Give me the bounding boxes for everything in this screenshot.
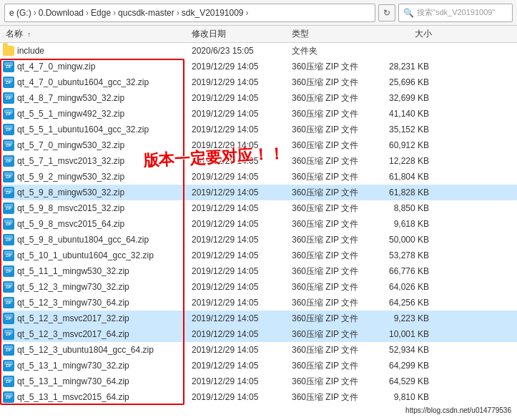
zip-icon: ZIP — [3, 202, 14, 214]
table-row[interactable]: ZIPqt_5_12_3_mingw730_64.zip2019/12/29 1… — [0, 295, 517, 311]
file-date: 2020/6/23 15:05 — [192, 46, 292, 56]
file-date: 2019/12/29 14:05 — [192, 329, 292, 339]
file-name: qt_5_7_0_mingw530_32.zip — [17, 140, 192, 150]
watermark: https://blog.csdn.net/u014779536 — [405, 406, 511, 414]
table-row[interactable]: ZIPqt_5_5_1_ubuntu1604_gcc_32.zip2019/12… — [0, 122, 517, 137]
file-date: 2019/12/29 14:05 — [192, 219, 292, 229]
file-name: qt_5_13_1_mingw730_64.zip — [17, 376, 192, 386]
file-date: 2019/12/29 14:05 — [192, 250, 292, 260]
file-type: 360压缩 ZIP 文件 — [292, 77, 378, 89]
file-name: qt_5_9_2_mingw530_32.zip — [17, 172, 192, 182]
table-row[interactable]: ZIPqt_5_9_8_mingw530_32.zip2019/12/29 14… — [0, 185, 517, 200]
file-date: 2019/12/29 14:05 — [192, 376, 292, 386]
file-name: qt_5_13_1_mingw730_32.zip — [17, 361, 192, 371]
table-row[interactable]: ZIPqt_5_9_2_mingw530_32.zip2019/12/29 14… — [0, 169, 517, 185]
table-row[interactable]: ZIPqt_5_13_1_msvc2015_64.zip2019/12/29 1… — [0, 389, 517, 405]
table-row[interactable]: ZIPqt_4_7_0_ubuntu1604_gcc_32.zip2019/12… — [0, 74, 517, 90]
breadcrumb[interactable]: e (G:) › 0.Download › Edge › qucsdk-mast… — [4, 4, 375, 22]
table-row[interactable]: ZIPqt_5_12_3_msvc2017_64.zip2019/12/29 1… — [0, 326, 517, 342]
file-name: qt_4_8_7_mingw530_32.zip — [17, 93, 192, 103]
zip-icon: ZIP — [3, 77, 14, 88]
col-header-name[interactable]: 名称 ↑ — [3, 28, 189, 40]
table-row[interactable]: ZIPqt_5_13_1_mingw730_32.zip2019/12/29 1… — [0, 358, 517, 373]
file-type: 360压缩 ZIP 文件 — [292, 328, 378, 341]
file-size: 9,618 KB — [378, 219, 435, 229]
file-type: 360压缩 ZIP 文件 — [292, 108, 378, 120]
file-size: 9,223 KB — [378, 313, 435, 323]
file-size: 61,828 KB — [378, 187, 435, 197]
table-row[interactable]: ZIPqt_5_5_1_mingw492_32.zip2019/12/29 14… — [0, 106, 517, 122]
file-type: 文件夹 — [292, 45, 378, 57]
table-row[interactable]: ZIPqt_5_12_3_ubuntu1804_gcc_64.zip2019/1… — [0, 342, 517, 358]
file-name: qt_5_9_8_msvc2015_64.zip — [17, 219, 192, 229]
table-row[interactable]: ZIPqt_5_12_3_mingw730_32.zip2019/12/29 1… — [0, 279, 517, 295]
file-date: 2019/12/29 14:05 — [192, 77, 292, 87]
table-row[interactable]: ZIPqt_5_7_1_msvc2013_32.zip2019/12/29 14… — [0, 153, 517, 169]
breadcrumb-0download[interactable]: 0.Download — [39, 8, 84, 18]
file-size: 35,152 KB — [378, 124, 435, 135]
file-type: 360压缩 ZIP 文件 — [292, 61, 378, 73]
file-name: qt_5_10_1_ubuntu1604_gcc_32.zip — [17, 250, 192, 260]
file-size: 53,278 KB — [378, 250, 435, 260]
file-size: 64,256 KB — [378, 298, 435, 308]
col-header-size[interactable]: 大小 — [375, 28, 432, 40]
file-type: 360压缩 ZIP 文件 — [292, 297, 378, 309]
file-explorer-window: e (G:) › 0.Download › Edge › qucsdk-mast… — [0, 0, 517, 420]
file-date: 2019/12/29 14:05 — [192, 266, 292, 276]
table-row[interactable]: ZIPqt_4_7_0_mingw.zip2019/12/29 14:05360… — [0, 59, 517, 74]
zip-icon: ZIP — [3, 391, 14, 403]
file-type: 360压缩 ZIP 文件 — [292, 250, 378, 262]
zip-icon: ZIP — [3, 92, 14, 104]
file-size: 64,026 KB — [378, 282, 435, 292]
table-row[interactable]: ZIPqt_5_9_8_ubuntu1804_gcc_64.zip2019/12… — [0, 232, 517, 248]
search-icon: 🔍 — [403, 8, 414, 18]
file-name: qt_5_7_1_msvc2013_32.zip — [17, 156, 192, 166]
file-date: 2019/12/29 14:05 — [192, 361, 292, 371]
zip-icon: ZIP — [3, 61, 14, 72]
breadcrumb-edge[interactable]: Edge — [91, 8, 111, 18]
file-date: 2019/12/29 14:05 — [192, 392, 292, 402]
table-row[interactable]: ZIPqt_5_9_8_msvc2015_64.zip2019/12/29 14… — [0, 216, 517, 232]
sort-arrow: ↑ — [27, 31, 31, 38]
file-type: 360压缩 ZIP 文件 — [292, 202, 378, 215]
file-type: 360压缩 ZIP 文件 — [292, 376, 378, 388]
file-size: 28,231 KB — [378, 62, 435, 72]
col-header-date[interactable]: 修改日期 — [189, 28, 289, 40]
search-box[interactable]: 🔍 搜索"sdk_V20191009" — [398, 4, 513, 22]
column-headers: 名称 ↑ 修改日期 类型 大小 — [0, 26, 517, 43]
breadcrumb-qucsdk[interactable]: qucsdk-master — [118, 8, 174, 18]
file-size: 25,696 KB — [378, 77, 435, 87]
breadcrumb-drive[interactable]: e (G:) — [9, 8, 31, 18]
table-row[interactable]: ZIPqt_5_11_1_mingw530_32.zip2019/12/29 1… — [0, 263, 517, 279]
zip-icon: ZIP — [3, 250, 14, 261]
file-size: 61,804 KB — [378, 172, 435, 182]
file-date: 2019/12/29 14:05 — [192, 124, 292, 135]
breadcrumb-sdk[interactable]: sdk_V20191009 — [182, 8, 244, 18]
file-type: 360压缩 ZIP 文件 — [292, 360, 378, 372]
file-name: qt_5_11_1_mingw530_32.zip — [17, 266, 192, 276]
file-size: 12,228 KB — [378, 156, 435, 166]
zip-icon: ZIP — [3, 297, 14, 308]
table-row[interactable]: ZIPqt_5_12_3_msvc2017_32.zip2019/12/29 1… — [0, 311, 517, 326]
table-row[interactable]: ZIPqt_5_7_0_mingw530_32.zip2019/12/29 14… — [0, 137, 517, 153]
table-row[interactable]: include2020/6/23 15:05文件夹 — [0, 43, 517, 59]
file-name: qt_5_5_1_mingw492_32.zip — [17, 109, 192, 119]
file-size: 8,850 KB — [378, 203, 435, 213]
file-size: 66,776 KB — [378, 266, 435, 276]
file-type: 360压缩 ZIP 文件 — [292, 281, 378, 293]
file-size: 52,934 KB — [378, 345, 435, 355]
col-header-type[interactable]: 类型 — [289, 28, 375, 40]
table-row[interactable]: ZIPqt_4_8_7_mingw530_32.zip2019/12/29 14… — [0, 90, 517, 106]
file-date: 2019/12/29 14:05 — [192, 109, 292, 119]
table-row[interactable]: ZIPqt_5_13_1_mingw730_64.zip2019/12/29 1… — [0, 373, 517, 389]
watermark: https://blog.csdn.net/u014779536 — [405, 406, 511, 414]
file-date: 2019/12/29 14:05 — [192, 140, 292, 150]
zip-icon: ZIP — [3, 344, 14, 356]
table-row[interactable]: ZIPqt_5_10_1_ubuntu1604_gcc_32.zip2019/1… — [0, 248, 517, 263]
table-row[interactable]: ZIPqt_5_9_8_msvc2015_32.zip2019/12/29 14… — [0, 200, 517, 216]
refresh-button[interactable]: ↻ — [378, 4, 395, 21]
file-date: 2019/12/29 14:05 — [192, 313, 292, 323]
file-size: 64,529 KB — [378, 376, 435, 386]
file-type: 360压缩 ZIP 文件 — [292, 313, 378, 325]
file-name: qt_5_9_8_mingw530_32.zip — [17, 187, 192, 197]
